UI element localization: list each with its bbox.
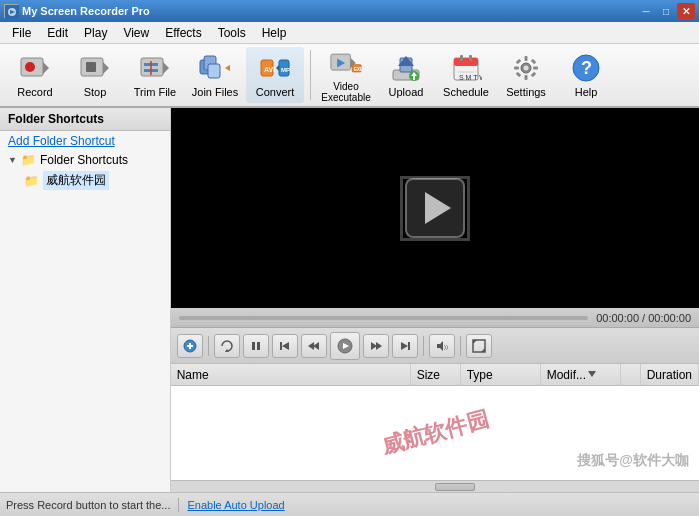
video-exe-icon: EXE bbox=[330, 47, 362, 79]
sidebar-header: Folder Shortcuts bbox=[0, 108, 170, 131]
toolbar-separator-1 bbox=[310, 50, 311, 100]
record-button[interactable]: Record bbox=[6, 47, 64, 103]
svg-text:)): )) bbox=[444, 344, 448, 350]
auto-upload-link[interactable]: Enable Auto Upload bbox=[187, 499, 284, 511]
tree-child-item[interactable]: 📁 威航软件园 bbox=[0, 169, 170, 192]
fullscreen-button[interactable] bbox=[466, 334, 492, 358]
tree-root-item[interactable]: ▼ 📁 Folder Shortcuts bbox=[0, 151, 170, 169]
svg-rect-13 bbox=[150, 61, 152, 75]
help-button[interactable]: ? Help bbox=[557, 47, 615, 103]
svg-marker-67 bbox=[401, 342, 408, 350]
svg-marker-4 bbox=[43, 62, 49, 74]
file-list: Name Size Type Modif... Duration 威航软件园 搜… bbox=[171, 364, 699, 480]
content-area: 00:00:00 / 00:00:00 bbox=[171, 108, 699, 492]
video-preview[interactable] bbox=[171, 108, 699, 308]
schedule-icon: S M T W T bbox=[450, 52, 482, 84]
main-layout: Folder Shortcuts Add Folder Shortcut ▼ 📁… bbox=[0, 108, 699, 492]
play-button[interactable] bbox=[330, 332, 360, 360]
add-button[interactable] bbox=[177, 334, 203, 358]
menu-file[interactable]: File bbox=[4, 24, 39, 42]
file-list-body[interactable]: 威航软件园 搜狐号@软件大咖 bbox=[171, 386, 699, 480]
schedule-button[interactable]: S M T W T Schedule bbox=[437, 47, 495, 103]
upload-button[interactable]: Upload bbox=[377, 47, 435, 103]
app-icon bbox=[4, 4, 18, 18]
menu-help[interactable]: Help bbox=[254, 24, 295, 42]
svg-text:MP4: MP4 bbox=[281, 67, 291, 73]
minimize-button[interactable]: ─ bbox=[637, 3, 655, 19]
svg-text:AVI: AVI bbox=[264, 66, 275, 73]
schedule-label: Schedule bbox=[443, 86, 489, 98]
svg-marker-69 bbox=[437, 341, 443, 351]
add-folder-shortcut-link[interactable]: Add Folder Shortcut bbox=[0, 131, 170, 151]
svg-rect-48 bbox=[531, 59, 537, 65]
prev-button[interactable] bbox=[272, 334, 298, 358]
record-label: Record bbox=[17, 86, 52, 98]
expand-icon: ▼ bbox=[8, 155, 17, 165]
col-modified: Modif... bbox=[541, 364, 621, 385]
toolbar: Record Stop Trim File bbox=[0, 44, 699, 108]
svg-rect-58 bbox=[257, 342, 260, 350]
svg-text:EXE: EXE bbox=[354, 67, 362, 72]
svg-rect-43 bbox=[525, 56, 528, 61]
settings-button[interactable]: Settings bbox=[497, 47, 555, 103]
sidebar: Folder Shortcuts Add Folder Shortcut ▼ 📁… bbox=[0, 108, 171, 492]
rewind-button[interactable] bbox=[301, 334, 327, 358]
menu-effects[interactable]: Effects bbox=[157, 24, 209, 42]
svg-marker-7 bbox=[103, 62, 109, 74]
maximize-button[interactable]: □ bbox=[657, 3, 675, 19]
svg-marker-17 bbox=[225, 65, 230, 71]
svg-rect-57 bbox=[252, 342, 255, 350]
upload-icon bbox=[390, 52, 422, 84]
svg-marker-62 bbox=[308, 342, 314, 350]
svg-marker-72 bbox=[473, 340, 477, 344]
title-bar: My Screen Recorder Pro ─ □ ✕ bbox=[0, 0, 699, 22]
svg-rect-38 bbox=[469, 55, 472, 61]
ctrl-separator-3 bbox=[460, 336, 461, 356]
svg-rect-36 bbox=[454, 58, 478, 66]
menu-tools[interactable]: Tools bbox=[210, 24, 254, 42]
watermark-1: 威航软件园 bbox=[378, 404, 492, 461]
horizontal-scrollbar[interactable] bbox=[171, 480, 699, 492]
convert-label: Convert bbox=[256, 86, 295, 98]
svg-rect-47 bbox=[516, 59, 522, 65]
col-size: Size bbox=[411, 364, 461, 385]
svg-marker-59 bbox=[282, 342, 289, 350]
svg-rect-37 bbox=[460, 55, 463, 61]
join-icon bbox=[199, 52, 231, 84]
trim-label: Trim File bbox=[134, 86, 176, 98]
fast-forward-button[interactable] bbox=[363, 334, 389, 358]
file-list-header: Name Size Type Modif... Duration bbox=[171, 364, 699, 386]
trim-button[interactable]: Trim File bbox=[126, 47, 184, 103]
video-exe-button[interactable]: EXE Video Executable bbox=[317, 47, 375, 103]
join-button[interactable]: Join Files bbox=[186, 47, 244, 103]
svg-marker-66 bbox=[376, 342, 382, 350]
window-title: My Screen Recorder Pro bbox=[22, 5, 150, 17]
svg-rect-34 bbox=[413, 76, 415, 80]
join-label: Join Files bbox=[192, 86, 238, 98]
stop-button[interactable]: Stop bbox=[66, 47, 124, 103]
folder-icon: 📁 bbox=[21, 153, 36, 167]
convert-icon: AVI MP4 bbox=[259, 52, 291, 84]
svg-rect-16 bbox=[208, 64, 220, 78]
film-strip-decoration bbox=[400, 176, 470, 241]
convert-button[interactable]: AVI MP4 Convert bbox=[246, 47, 304, 103]
menu-play[interactable]: Play bbox=[76, 24, 115, 42]
menu-view[interactable]: View bbox=[115, 24, 157, 42]
volume-button[interactable]: )) bbox=[429, 334, 455, 358]
svg-point-5 bbox=[25, 62, 35, 72]
next-button[interactable] bbox=[392, 334, 418, 358]
status-bar: Press Record button to start the... Enab… bbox=[0, 492, 699, 516]
scrollbar-thumb[interactable] bbox=[435, 483, 475, 491]
menu-edit[interactable]: Edit bbox=[39, 24, 76, 42]
svg-marker-73 bbox=[481, 348, 485, 352]
svg-rect-68 bbox=[408, 342, 410, 350]
loop-button[interactable] bbox=[214, 334, 240, 358]
ctrl-separator-1 bbox=[208, 336, 209, 356]
progress-bar[interactable] bbox=[179, 316, 589, 320]
svg-rect-60 bbox=[280, 342, 282, 350]
col-flag bbox=[621, 364, 641, 385]
close-button[interactable]: ✕ bbox=[677, 3, 695, 19]
col-type: Type bbox=[461, 364, 541, 385]
menu-bar: File Edit Play View Effects Tools Help bbox=[0, 22, 699, 44]
pause-button[interactable] bbox=[243, 334, 269, 358]
